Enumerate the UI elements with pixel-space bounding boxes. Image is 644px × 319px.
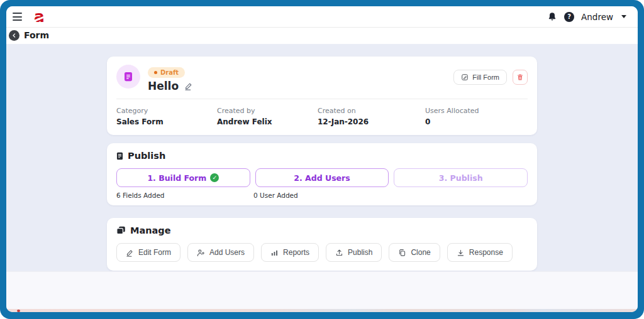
publish-steps: 1. Build Form ✓ 2. Add Users 3. Publish — [116, 168, 528, 187]
response-button[interactable]: Response — [447, 243, 513, 262]
manage-section-icon — [116, 226, 126, 235]
pencil-icon — [126, 249, 134, 257]
fields-added-note: 6 Fields Added — [116, 192, 253, 199]
footer-strip — [6, 309, 638, 312]
chevron-down-icon[interactable] — [621, 15, 626, 18]
status-badge: Draft — [148, 67, 185, 78]
step-label: 2. Add Users — [294, 173, 350, 183]
edit-name-button[interactable] — [184, 82, 193, 90]
hamburger-menu-icon[interactable] — [13, 11, 26, 23]
publish-button[interactable]: Publish — [326, 243, 382, 262]
app-window: a ? Andrew Form — [6, 6, 638, 312]
pencil-icon — [184, 82, 193, 90]
form-avatar — [116, 65, 140, 89]
meta-created-on: Created on 12-Jan-2026 — [318, 107, 425, 126]
manage-card: Manage Edit Form Add Users Reports — [107, 218, 537, 271]
publish-step-notes: 6 Fields Added 0 User Added — [116, 192, 528, 199]
action-label: Response — [469, 248, 503, 257]
page-header: Form — [6, 28, 638, 44]
document-icon — [123, 71, 134, 82]
page-title: Form — [24, 30, 49, 40]
add-users-button[interactable]: Add Users — [187, 243, 254, 262]
topbar-right-group: ? Andrew — [547, 12, 626, 22]
publish-card: Publish 1. Build Form ✓ 2. Add Users 3. … — [107, 143, 537, 205]
step-label: 3. Publish — [439, 173, 483, 183]
meta-label: Category — [116, 107, 217, 115]
footer-area — [6, 271, 638, 309]
form-meta: Category Sales Form Created by Andrew Fe… — [116, 107, 528, 126]
step-publish[interactable]: 3. Publish — [394, 168, 528, 187]
fill-form-icon — [461, 73, 469, 81]
app-logo: a — [34, 10, 44, 24]
step-add-users[interactable]: 2. Add Users — [255, 168, 389, 187]
meta-value: 12-Jan-2026 — [318, 117, 425, 126]
delete-form-button[interactable] — [513, 70, 528, 85]
meta-value: Sales Form — [116, 117, 217, 126]
upload-icon — [335, 249, 343, 257]
meta-value: 0 — [425, 117, 528, 126]
publish-card-title: Publish — [128, 151, 165, 161]
window-frame: a ? Andrew Form — [0, 0, 644, 319]
meta-users-allocated: Users Allocated 0 — [425, 107, 528, 126]
chart-icon — [270, 249, 279, 257]
check-circle-icon: ✓ — [210, 173, 219, 182]
form-title-block: Draft Hello — [148, 65, 193, 92]
users-added-note: 0 User Added — [253, 192, 391, 199]
download-icon — [457, 249, 465, 257]
bell-icon[interactable] — [547, 12, 557, 22]
meta-label: Users Allocated — [425, 107, 528, 115]
form-name: Hello — [148, 80, 179, 92]
step-label: 1. Build Form — [147, 173, 206, 183]
step-build-form[interactable]: 1. Build Form ✓ — [116, 168, 250, 187]
action-label: Publish — [348, 248, 372, 257]
help-icon[interactable]: ? — [564, 12, 574, 22]
copy-icon — [398, 249, 406, 257]
action-label: Add Users — [209, 248, 245, 257]
meta-label: Created on — [318, 107, 425, 115]
meta-created-by: Created by Andrew Felix — [217, 107, 318, 126]
form-card-header: Draft Hello Fill Form — [116, 65, 528, 92]
action-label: Reports — [283, 248, 309, 257]
manage-card-title: Manage — [130, 225, 171, 235]
fill-form-label: Fill Form — [472, 73, 499, 81]
form-summary-card: Draft Hello Fill Form — [107, 57, 537, 135]
chevron-left-icon — [11, 33, 17, 38]
fill-form-button[interactable]: Fill Form — [453, 70, 507, 85]
meta-value: Andrew Felix — [217, 117, 318, 126]
action-label: Clone — [411, 248, 430, 257]
card-divider — [116, 99, 528, 99]
manage-card-header: Manage — [116, 225, 528, 235]
status-dot-icon — [154, 71, 157, 74]
publish-card-header: Publish — [116, 151, 528, 161]
status-badge-label: Draft — [160, 69, 179, 76]
publish-section-icon — [116, 152, 123, 160]
form-card-actions: Fill Form — [453, 70, 528, 85]
edit-form-button[interactable]: Edit Form — [116, 243, 180, 262]
content-area: Draft Hello Fill Form — [6, 44, 638, 271]
footer-logo-dot — [17, 310, 20, 312]
clone-button[interactable]: Clone — [389, 243, 440, 262]
meta-label: Created by — [217, 107, 318, 115]
meta-category: Category Sales Form — [116, 107, 217, 126]
add-user-icon — [197, 249, 205, 257]
top-bar: a ? Andrew — [6, 6, 638, 28]
manage-actions: Edit Form Add Users Reports Publish — [116, 243, 528, 262]
publish-note — [391, 192, 528, 199]
user-menu-name[interactable]: Andrew — [581, 12, 613, 22]
reports-button[interactable]: Reports — [261, 243, 319, 262]
action-label: Edit Form — [138, 248, 171, 257]
back-button[interactable] — [9, 30, 19, 41]
trash-icon — [516, 73, 524, 81]
